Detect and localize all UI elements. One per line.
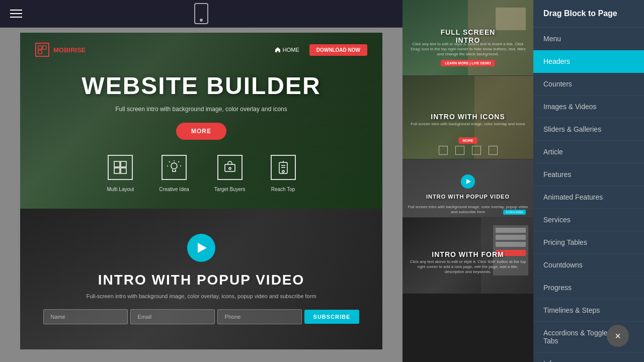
block-form-label: INTRO WITH FORM [432,250,504,258]
block-video-play-icon [461,174,475,189]
nav-home-label: HOME [283,47,299,53]
svg-point-7 [171,163,177,169]
category-features[interactable]: Features [533,163,644,186]
category-pricing-tables[interactable]: Pricing Tables [533,231,644,254]
svg-rect-5 [114,168,120,173]
logo-icon [35,43,49,57]
block-icons-preview: INTRO WITH ICONS Full screen intro with … [403,76,533,159]
device-preview-icon[interactable] [194,3,208,24]
block-fullscreen-intro[interactable]: FULL SCREENINTRO Click any text to edit … [403,0,533,76]
hero-title: WEBSITE BUILDER [35,72,367,100]
creative-idea-label: Creative Idea [159,187,189,192]
editor-area: MOBIRISE HOME DOWNLOAD NOW WEBSITE BUILD… [0,0,403,362]
phone-input[interactable] [217,309,302,324]
editor-topbar [0,0,403,28]
category-article[interactable]: Article [533,141,644,163]
category-images-videos[interactable]: Images & Videos [533,96,644,118]
block-video-play-triangle [466,179,471,184]
category-countdowns[interactable]: Countdowns [533,254,644,277]
site-nav-links: HOME DOWNLOAD NOW [275,44,367,56]
category-animated-features[interactable]: Animated Features [533,186,644,209]
feature-multi-layout: Multi Layout [107,155,134,193]
play-button[interactable] [187,234,215,262]
category-sliders[interactable]: Sliders & Galleries [533,118,644,141]
reach-top-label: Reach Top [271,187,295,192]
svg-point-17 [282,170,284,172]
svg-rect-1 [43,46,46,49]
mini-icon-4 [489,146,498,155]
blocks-panel: FULL SCREENINTRO Click any text to edit … [403,0,533,362]
nav-home-link[interactable]: HOME [275,47,299,53]
site-logo: MOBIRISE [35,43,86,57]
mini-icon-3 [472,146,481,155]
site-navbar: MOBIRISE HOME DOWNLOAD NOW [35,43,367,57]
category-headers[interactable]: Headers [533,50,644,73]
email-input[interactable] [130,309,215,324]
svg-rect-13 [225,164,235,171]
video-subtitle: Full-screen intro with background image,… [86,293,316,299]
svg-rect-4 [121,161,126,167]
preview-section: MOBIRISE HOME DOWNLOAD NOW WEBSITE BUILD… [20,33,382,349]
block-fullscreen-btn: LEARN MORE | LIVE DEMO [441,60,495,66]
block-form-preview: INTRO WITH FORM Click any text above to … [403,218,533,293]
reach-top-icon [271,155,296,180]
creative-idea-icon [162,155,187,180]
svg-point-14 [229,167,231,169]
feature-target-buyers: Target Buyers [214,155,246,193]
play-triangle-icon [198,243,207,253]
block-form-desc: Click any text above to edit or style it… [408,259,528,275]
category-list: Menu Headers Counters Images & Videos Sl… [533,28,644,362]
hero-subtitle: Full screen intro with background image,… [35,106,367,113]
target-buyers-label: Target Buyers [214,187,246,192]
block-video-preview: INTRO WITH POPUP VIDEO Full screen intro… [403,159,533,217]
category-counters[interactable]: Counters [533,73,644,96]
hero-cta: MORE [35,123,367,140]
svg-rect-15 [279,162,287,173]
category-info[interactable]: Info [533,352,644,362]
block-fullscreen-preview: FULL SCREENINTRO Click any text to edit … [403,0,533,75]
multi-layout-icon [108,155,133,180]
category-timelines[interactable]: Timelines & Steps [533,299,644,322]
category-menu[interactable]: Menu [533,28,644,50]
block-icons-btn: MORE [459,137,477,144]
video-section: INTRO WITH POPUP VIDEO Full-screen intro… [20,209,382,349]
close-button[interactable]: × [607,325,629,347]
subscribe-form: SUBSCRIBE [43,309,360,324]
svg-rect-6 [121,168,126,173]
more-button[interactable]: MORE [176,123,226,140]
block-icons-desc: Full screen intro with background image,… [408,122,528,127]
block-intro-form[interactable]: INTRO WITH FORM Click any text above to … [403,218,533,294]
hero-features: Multi Layout [35,155,367,193]
category-panel: Drag Block to Page Menu Headers Counters… [533,0,644,362]
block-icons-row [403,146,533,155]
block-icons-label: INTRO WITH ICONS [431,113,505,121]
block-popup-video[interactable]: INTRO WITH POPUP VIDEO Full screen intro… [403,159,533,218]
hero-section: MOBIRISE HOME DOWNLOAD NOW WEBSITE BUILD… [20,33,382,209]
site-name-label: MOBIRISE [53,46,86,54]
mini-icon-1 [439,146,448,155]
editor-content: MOBIRISE HOME DOWNLOAD NOW WEBSITE BUILD… [0,28,403,362]
svg-line-12 [169,161,170,162]
block-intro-icons[interactable]: INTRO WITH ICONS Full screen intro with … [403,76,533,159]
feature-reach-top: Reach Top [271,155,296,193]
block-video-subscribe: SUBSCRIBE [503,210,526,215]
svg-rect-0 [38,46,42,49]
feature-creative-idea: Creative Idea [159,155,189,193]
category-services[interactable]: Services [533,209,644,231]
multi-layout-label: Multi Layout [107,187,134,192]
drag-block-header: Drag Block to Page [533,0,644,28]
category-progress[interactable]: Progress [533,277,644,299]
mini-icon-2 [455,146,464,155]
block-fullscreen-desc: Click any text to edit or style it. Sele… [408,42,528,57]
svg-line-9 [178,161,179,162]
svg-rect-2 [38,50,42,54]
subscribe-button[interactable]: SUBSCRIBE [304,310,360,324]
video-title: INTRO WITH POPUP VIDEO [98,272,305,288]
target-buyers-icon [217,155,243,180]
download-button[interactable]: DOWNLOAD NOW [309,44,367,56]
block-video-label: INTRO WITH POPUP VIDEO [426,194,510,200]
name-input[interactable] [43,309,128,324]
hamburger-menu-icon[interactable] [10,10,22,18]
svg-rect-3 [114,161,120,167]
